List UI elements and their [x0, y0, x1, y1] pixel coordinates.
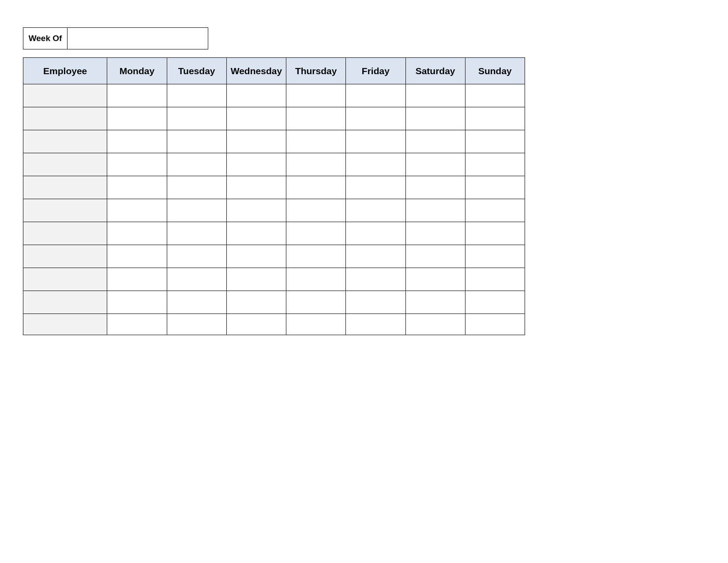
day-cell[interactable]	[346, 176, 405, 199]
employee-cell[interactable]	[23, 222, 107, 245]
day-cell[interactable]	[286, 314, 346, 335]
day-cell[interactable]	[286, 268, 346, 291]
day-cell[interactable]	[167, 222, 226, 245]
day-cell[interactable]	[167, 268, 226, 291]
day-cell[interactable]	[346, 222, 405, 245]
schedule-table: Employee Monday Tuesday Wednesday Thursd…	[23, 57, 525, 335]
day-cell[interactable]	[107, 268, 167, 291]
day-cell[interactable]	[346, 153, 405, 176]
employee-cell[interactable]	[23, 84, 107, 107]
employee-cell[interactable]	[23, 130, 107, 153]
day-cell[interactable]	[107, 153, 167, 176]
day-cell[interactable]	[167, 199, 226, 222]
day-cell[interactable]	[465, 199, 525, 222]
col-header-thursday: Thursday	[286, 58, 346, 84]
col-header-friday: Friday	[346, 58, 405, 84]
day-cell[interactable]	[107, 314, 167, 335]
day-cell[interactable]	[107, 222, 167, 245]
table-row	[23, 130, 525, 153]
day-cell[interactable]	[226, 314, 286, 335]
day-cell[interactable]	[346, 130, 405, 153]
day-cell[interactable]	[226, 107, 286, 130]
week-of-value[interactable]	[68, 28, 208, 49]
day-cell[interactable]	[167, 130, 226, 153]
day-cell[interactable]	[346, 291, 405, 314]
day-cell[interactable]	[107, 130, 167, 153]
day-cell[interactable]	[167, 245, 226, 268]
day-cell[interactable]	[346, 84, 405, 107]
employee-cell[interactable]	[23, 199, 107, 222]
day-cell[interactable]	[286, 107, 346, 130]
day-cell[interactable]	[107, 107, 167, 130]
day-cell[interactable]	[465, 314, 525, 335]
day-cell[interactable]	[465, 153, 525, 176]
day-cell[interactable]	[226, 176, 286, 199]
week-of-box: Week Of	[23, 27, 208, 49]
day-cell[interactable]	[346, 314, 405, 335]
day-cell[interactable]	[405, 291, 465, 314]
day-cell[interactable]	[167, 107, 226, 130]
day-cell[interactable]	[405, 176, 465, 199]
day-cell[interactable]	[226, 222, 286, 245]
day-cell[interactable]	[405, 84, 465, 107]
employee-cell[interactable]	[23, 153, 107, 176]
day-cell[interactable]	[286, 291, 346, 314]
table-row	[23, 153, 525, 176]
day-cell[interactable]	[226, 153, 286, 176]
employee-cell[interactable]	[23, 268, 107, 291]
day-cell[interactable]	[465, 222, 525, 245]
day-cell[interactable]	[465, 84, 525, 107]
day-cell[interactable]	[107, 245, 167, 268]
day-cell[interactable]	[286, 153, 346, 176]
day-cell[interactable]	[346, 268, 405, 291]
day-cell[interactable]	[107, 199, 167, 222]
day-cell[interactable]	[107, 291, 167, 314]
day-cell[interactable]	[465, 130, 525, 153]
day-cell[interactable]	[167, 176, 226, 199]
day-cell[interactable]	[465, 176, 525, 199]
table-row	[23, 268, 525, 291]
day-cell[interactable]	[286, 199, 346, 222]
day-cell[interactable]	[286, 176, 346, 199]
table-row	[23, 314, 525, 335]
day-cell[interactable]	[226, 268, 286, 291]
day-cell[interactable]	[167, 314, 226, 335]
day-cell[interactable]	[226, 84, 286, 107]
day-cell[interactable]	[226, 245, 286, 268]
employee-cell[interactable]	[23, 314, 107, 335]
day-cell[interactable]	[465, 107, 525, 130]
day-cell[interactable]	[346, 199, 405, 222]
day-cell[interactable]	[405, 222, 465, 245]
day-cell[interactable]	[346, 107, 405, 130]
day-cell[interactable]	[405, 130, 465, 153]
col-header-saturday: Saturday	[405, 58, 465, 84]
employee-cell[interactable]	[23, 107, 107, 130]
day-cell[interactable]	[167, 291, 226, 314]
day-cell[interactable]	[286, 84, 346, 107]
table-row	[23, 291, 525, 314]
day-cell[interactable]	[346, 245, 405, 268]
day-cell[interactable]	[465, 291, 525, 314]
employee-cell[interactable]	[23, 176, 107, 199]
day-cell[interactable]	[286, 130, 346, 153]
day-cell[interactable]	[405, 199, 465, 222]
day-cell[interactable]	[226, 199, 286, 222]
day-cell[interactable]	[465, 245, 525, 268]
day-cell[interactable]	[405, 268, 465, 291]
day-cell[interactable]	[167, 153, 226, 176]
day-cell[interactable]	[226, 130, 286, 153]
day-cell[interactable]	[286, 245, 346, 268]
day-cell[interactable]	[226, 291, 286, 314]
day-cell[interactable]	[405, 153, 465, 176]
day-cell[interactable]	[107, 176, 167, 199]
day-cell[interactable]	[405, 245, 465, 268]
day-cell[interactable]	[107, 84, 167, 107]
employee-cell[interactable]	[23, 291, 107, 314]
employee-cell[interactable]	[23, 245, 107, 268]
day-cell[interactable]	[286, 222, 346, 245]
day-cell[interactable]	[405, 314, 465, 335]
day-cell[interactable]	[405, 107, 465, 130]
day-cell[interactable]	[465, 268, 525, 291]
table-row	[23, 199, 525, 222]
day-cell[interactable]	[167, 84, 226, 107]
